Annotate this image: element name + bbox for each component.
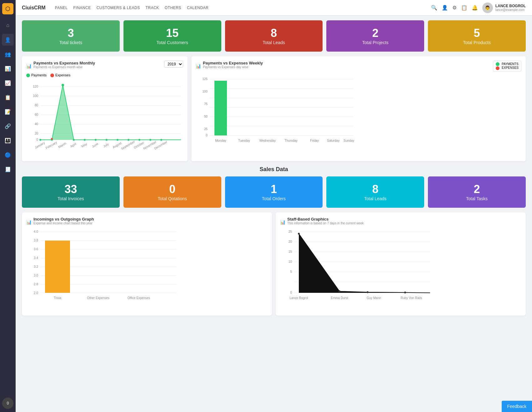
year-selector[interactable]: 2019 bbox=[164, 61, 183, 68]
svg-text:100: 100 bbox=[202, 90, 208, 93]
svg-text:Monday: Monday bbox=[215, 139, 226, 142]
stat-num-tasks: 2 bbox=[433, 183, 521, 196]
nav-others[interactable]: OTHERS bbox=[165, 6, 181, 10]
svg-point-18 bbox=[73, 139, 75, 141]
stat-num-customers: 15 bbox=[128, 27, 217, 40]
user-info: 👨 LANCE BOGROL lance@example.com bbox=[482, 3, 526, 13]
svg-text:10: 10 bbox=[289, 260, 292, 263]
sidebar-item-chart[interactable]: 📈 bbox=[2, 77, 14, 89]
stat-label-products: Total Products bbox=[463, 40, 491, 45]
weekly-chart-card: 📊 Payments vs Expenses Weekly Payments v… bbox=[191, 56, 526, 161]
incomings-chart-title: Incomings vs Outgoings Graph bbox=[33, 217, 94, 221]
bell-icon[interactable]: 🔔 bbox=[472, 5, 478, 11]
sidebar-item-invoice[interactable]: 🧾 bbox=[2, 163, 14, 175]
stat-total-leads[interactable]: 8 Total Leads bbox=[225, 20, 323, 52]
feedback-button[interactable]: Feedback bbox=[502, 401, 532, 412]
svg-text:January: January bbox=[34, 141, 45, 149]
stat-total-invoices[interactable]: 33 Total Invoices bbox=[22, 176, 120, 208]
stat-num-tickets: 3 bbox=[27, 27, 115, 40]
weekly-chart-subtitle: Payments vs Expenses day wise bbox=[203, 65, 263, 69]
sidebar-item-contacts[interactable]: 👥 bbox=[2, 48, 14, 60]
search-icon[interactable]: 🔍 bbox=[431, 5, 437, 11]
svg-point-19 bbox=[84, 139, 86, 141]
avatar: 👨 bbox=[482, 3, 493, 13]
stat-sales-leads[interactable]: 8 Total Leads bbox=[326, 176, 424, 208]
sidebar-item-list[interactable]: 📝 bbox=[2, 106, 14, 118]
svg-point-17 bbox=[62, 84, 64, 86]
svg-text:Wednesday: Wednesday bbox=[259, 139, 276, 142]
svg-text:2.8: 2.8 bbox=[34, 282, 38, 286]
sidebar-logo[interactable]: ⬡ bbox=[2, 3, 13, 14]
svg-text:80: 80 bbox=[35, 104, 38, 107]
gear-icon[interactable]: ⚙ bbox=[452, 5, 457, 11]
sidebar-item-network[interactable]: 🔗 bbox=[2, 120, 14, 132]
charts-row-1: 📊 Payments vs Expenses Monthly Payments … bbox=[22, 56, 526, 161]
sidebar-item-people[interactable]: 👨‍👩‍👧 bbox=[2, 135, 14, 146]
svg-text:0: 0 bbox=[290, 291, 292, 294]
svg-text:4.0: 4.0 bbox=[34, 230, 38, 233]
staff-chart-card: 📊 Staff-Based Graphics This information … bbox=[276, 212, 526, 316]
weekly-chart-title: Payments vs Expenses Weekly bbox=[203, 61, 263, 65]
svg-text:3.0: 3.0 bbox=[34, 274, 38, 277]
svg-text:Guy Mann: Guy Mann bbox=[367, 296, 381, 300]
sales-data-title: Sales Data bbox=[22, 166, 526, 173]
staff-chart-svg: 25 20 15 10 5 0 Lance Bogrol Em bbox=[280, 229, 433, 310]
stat-total-orders[interactable]: 1 Total Orders bbox=[225, 176, 323, 208]
nav-finance[interactable]: FINANCE bbox=[73, 6, 91, 10]
svg-text:April: April bbox=[70, 142, 77, 148]
sidebar-item-docs[interactable]: 📋 bbox=[2, 91, 14, 103]
svg-point-20 bbox=[95, 139, 97, 141]
svg-point-98 bbox=[404, 292, 406, 293]
svg-rect-53 bbox=[214, 81, 227, 135]
svg-point-23 bbox=[128, 139, 129, 141]
nav-track[interactable]: TRACK bbox=[146, 6, 159, 10]
svg-text:125: 125 bbox=[202, 77, 208, 81]
sidebar-item-support[interactable]: 🔵 bbox=[2, 149, 14, 161]
stat-label-customers: Total Customers bbox=[157, 40, 188, 45]
svg-text:75: 75 bbox=[204, 102, 208, 106]
svg-text:15: 15 bbox=[289, 250, 292, 253]
user-circle-icon[interactable]: 👤 bbox=[442, 5, 448, 11]
sidebar-item-dashboard[interactable]: 👤 bbox=[2, 34, 14, 46]
nav-calendar[interactable]: CALENDAR bbox=[187, 6, 208, 10]
main-area: CiuisCRM PANEL FINANCE CUSTOMERS & LEADS… bbox=[16, 0, 532, 412]
stat-label-invoices: Total Invoices bbox=[58, 196, 84, 201]
nav-panel[interactable]: PANEL bbox=[55, 6, 68, 10]
brand-name: CiuisCRM bbox=[22, 5, 46, 11]
svg-text:February: February bbox=[45, 140, 58, 150]
top-stats-row: 3 Total tickets 15 Total Customers 8 Tot… bbox=[22, 20, 526, 52]
stat-total-projects[interactable]: 2 Total Projects bbox=[326, 20, 424, 52]
stat-num-quotations: 0 bbox=[128, 183, 217, 196]
svg-text:Ruby Von Rails: Ruby Von Rails bbox=[401, 296, 422, 300]
svg-point-97 bbox=[367, 291, 369, 293]
svg-text:25: 25 bbox=[289, 230, 292, 233]
svg-text:Emma Durst: Emma Durst bbox=[331, 296, 348, 300]
stat-total-quotations[interactable]: 0 Total Qotations bbox=[123, 176, 221, 208]
svg-text:3.4: 3.4 bbox=[34, 256, 38, 260]
svg-text:40: 40 bbox=[35, 122, 38, 126]
svg-text:100: 100 bbox=[33, 94, 38, 98]
staff-chart-title: Staff-Based Graphics bbox=[287, 217, 364, 221]
svg-point-15 bbox=[39, 139, 41, 141]
svg-point-22 bbox=[117, 139, 118, 141]
user-name: LANCE BOGROL bbox=[495, 4, 526, 8]
svg-text:50: 50 bbox=[204, 115, 208, 118]
staff-chart-subtitle: This information is based on 7 days in t… bbox=[287, 221, 364, 225]
expenses-legend: Expenses bbox=[50, 73, 70, 77]
svg-text:Friday: Friday bbox=[310, 139, 319, 142]
clipboard-icon[interactable]: 📋 bbox=[461, 5, 467, 11]
stat-total-products[interactable]: 5 Total Products bbox=[428, 20, 526, 52]
bottom-charts-row: 📊 Incomings vs Outgoings Graph Expense a… bbox=[22, 212, 526, 316]
stat-label-tasks: Total Tasks bbox=[466, 196, 488, 201]
monthly-chart-svg: 120 100 80 60 40 20 0 bbox=[26, 80, 183, 152]
logo-icon: ⬡ bbox=[5, 5, 10, 12]
stat-num-products: 5 bbox=[433, 27, 521, 40]
sidebar-badge[interactable]: 0 bbox=[2, 398, 13, 409]
stat-total-tickets[interactable]: 3 Total tickets bbox=[22, 20, 120, 52]
sidebar-item-home[interactable]: ⌂ bbox=[2, 19, 14, 31]
stat-total-tasks[interactable]: 2 Total Tasks bbox=[428, 176, 526, 208]
nav-customers[interactable]: CUSTOMERS & LEADS bbox=[97, 6, 140, 10]
stat-total-customers[interactable]: 15 Total Customers bbox=[123, 20, 221, 52]
sidebar-item-reports[interactable]: 📊 bbox=[2, 63, 14, 74]
svg-text:July: July bbox=[103, 142, 109, 148]
